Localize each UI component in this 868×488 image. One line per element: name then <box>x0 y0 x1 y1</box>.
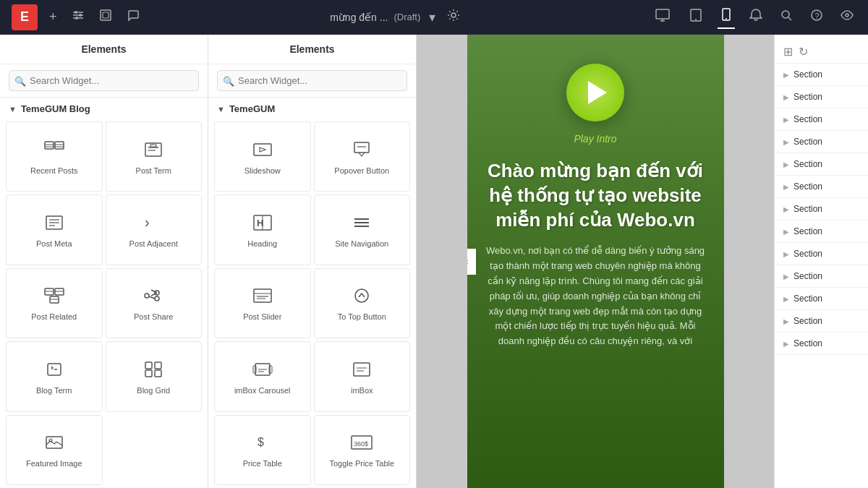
svg-text:360$: 360$ <box>354 440 368 448</box>
section-arrow-10: ▶ <box>783 273 789 281</box>
svg-point-20 <box>846 14 848 17</box>
widget-price-table[interactable]: $ Price Table <box>214 415 311 485</box>
svg-rect-53 <box>354 142 369 153</box>
left-widgets-grid: Recent Posts Post Term Post Meta › <box>0 119 208 488</box>
section-item-3[interactable]: ▶ Section <box>775 108 868 131</box>
widget-blog-term[interactable]: Blog Term <box>6 341 103 411</box>
section-label-9: Section <box>793 249 822 259</box>
blog-term-label: Blog Term <box>36 385 72 395</box>
widget-popover-button[interactable]: Popover Button <box>314 121 411 192</box>
draft-dropdown[interactable]: ▾ <box>426 7 438 28</box>
svg-point-44 <box>155 296 159 301</box>
chat-button[interactable] <box>124 6 142 28</box>
svg-text:?: ? <box>815 12 820 20</box>
play-button[interactable] <box>566 64 624 121</box>
widget-toggle-price-table[interactable]: 360$ Toggle Price Table <box>314 415 411 485</box>
add-element-button[interactable]: + <box>46 7 60 27</box>
collapse-panel-button[interactable]: ‹ <box>467 249 476 275</box>
elementor-logo[interactable]: E <box>12 4 38 30</box>
eye-button[interactable] <box>838 6 856 28</box>
post-meta-label: Post Meta <box>36 239 72 249</box>
site-navigation-label: Site Navigation <box>335 239 388 249</box>
widget-to-top-button[interactable]: To Top Button <box>314 268 411 338</box>
price-table-icon: $ <box>252 434 273 454</box>
widget-recent-posts[interactable]: Recent Posts <box>6 121 103 192</box>
left-search-input[interactable] <box>9 70 199 91</box>
widget-post-adjacent[interactable]: › Post Adjacent <box>106 194 203 265</box>
slideshow-label: Slideshow <box>244 166 281 176</box>
filter-button[interactable] <box>69 6 88 28</box>
section-item-12[interactable]: ▶ Section <box>775 310 868 333</box>
settings-button[interactable] <box>444 6 463 28</box>
widget-post-slider[interactable]: Post Slider <box>214 268 311 338</box>
section-arrow-7: ▶ <box>783 205 789 213</box>
section-item-1[interactable]: ▶ Section <box>775 64 868 86</box>
widget-post-related[interactable]: Post Related <box>6 268 103 338</box>
section-item-4[interactable]: ▶ Section <box>775 131 868 153</box>
section-arrow-13: ▶ <box>783 340 789 348</box>
post-meta-icon <box>45 214 64 234</box>
post-term-label: Post Term <box>136 166 171 176</box>
imbox-carousel-label: imBox Carousel <box>234 385 291 395</box>
help-button[interactable]: ? <box>807 6 826 28</box>
preview-mobile: ‹ Play Intro Chào mừng bạn đến với hệ th… <box>467 35 724 488</box>
svg-rect-61 <box>254 289 271 302</box>
section-arrow-1: ▶ <box>783 71 789 79</box>
preview-area: ‹ Play Intro Chào mừng bạn đến với hệ th… <box>417 35 774 488</box>
section-item-10[interactable]: ▶ Section <box>775 265 868 288</box>
widget-post-meta[interactable]: Post Meta <box>6 194 103 265</box>
section-label-12: Section <box>793 316 822 326</box>
svg-rect-47 <box>145 370 152 377</box>
widget-featured-image[interactable]: Featured Image <box>6 415 103 485</box>
widget-blog-grid[interactable]: Blog Grid <box>106 341 203 411</box>
blog-term-icon <box>45 361 64 381</box>
featured-image-label: Featured Image <box>26 458 82 468</box>
widget-slideshow[interactable]: Slideshow <box>214 121 311 192</box>
play-intro-text: Play Intro <box>574 133 616 145</box>
section-item-13[interactable]: ▶ Section <box>775 333 868 355</box>
heading-icon: H <box>252 214 273 234</box>
svg-point-5 <box>75 17 78 20</box>
post-slider-label: Post Slider <box>243 312 281 322</box>
widget-imbox-carousel[interactable]: imBox Carousel <box>214 341 311 411</box>
section-item-11[interactable]: ▶ Section <box>775 288 868 310</box>
post-share-icon <box>144 287 163 307</box>
top-bar-right: ? <box>651 5 856 29</box>
right-search-box: 🔍 <box>208 64 416 98</box>
widget-post-share[interactable]: Post Share <box>106 268 203 338</box>
site-navigation-icon <box>352 214 372 234</box>
imbox-icon <box>352 361 372 381</box>
svg-rect-51 <box>254 144 271 155</box>
heading-label: Heading <box>247 239 277 249</box>
widget-imbox[interactable]: imBox <box>314 341 411 411</box>
left-category-arrow: ▼ <box>9 105 17 114</box>
search-button[interactable] <box>777 6 796 28</box>
widget-post-term[interactable]: Post Term <box>106 121 203 192</box>
post-adjacent-icon: › <box>143 214 163 234</box>
section-item-2[interactable]: ▶ Section <box>775 86 868 108</box>
right-search-input[interactable] <box>217 70 407 91</box>
notifications-button[interactable] <box>746 6 765 28</box>
sections-icon-1[interactable]: ⊞ <box>783 45 793 59</box>
right-widgets-grid: Slideshow Popover Button H Heading <box>208 119 416 488</box>
widget-site-navigation[interactable]: Site Navigation <box>314 194 411 265</box>
post-term-icon <box>144 141 163 161</box>
section-item-7[interactable]: ▶ Section <box>775 198 868 221</box>
section-arrow-12: ▶ <box>783 317 789 325</box>
section-item-5[interactable]: ▶ Section <box>775 153 868 176</box>
desktop-button[interactable] <box>651 6 674 28</box>
section-item-9[interactable]: ▶ Section <box>775 243 868 265</box>
popover-button-label: Popover Button <box>334 166 389 176</box>
section-item-8[interactable]: ▶ Section <box>775 221 868 243</box>
widget-heading[interactable]: H Heading <box>214 194 311 265</box>
section-label-3: Section <box>793 114 822 124</box>
sections-icon-2[interactable]: ↻ <box>799 45 808 59</box>
section-item-6[interactable]: ▶ Section <box>775 176 868 198</box>
right-elements-panel: Elements 🔍 ▼ TemeGUM Slideshow <box>208 35 417 488</box>
recent-posts-icon <box>44 141 64 161</box>
tablet-button[interactable] <box>686 6 706 28</box>
layers-button[interactable] <box>96 6 115 28</box>
svg-point-43 <box>145 294 149 298</box>
svg-line-17 <box>788 17 791 20</box>
mobile-button[interactable] <box>718 5 735 29</box>
